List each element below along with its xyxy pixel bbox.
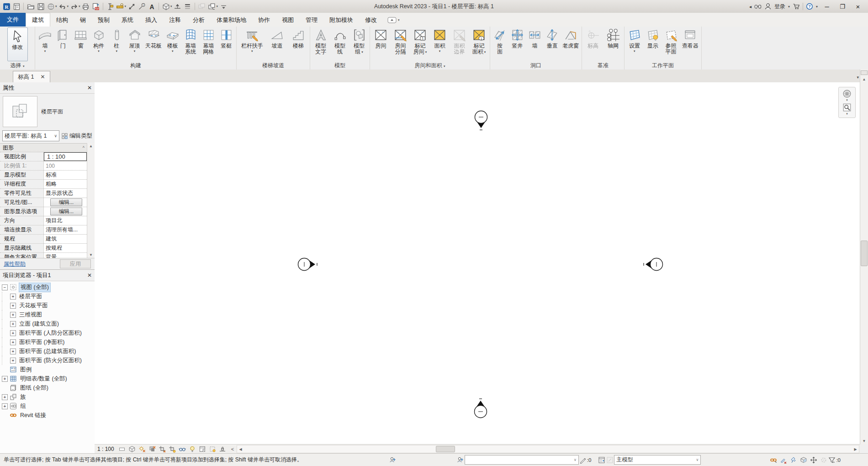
modify-button-box[interactable]: 修改 bbox=[7, 27, 28, 61]
ribbon-tab-注释[interactable]: 注释 bbox=[163, 13, 187, 27]
scroll-down-icon[interactable]: ▼ bbox=[89, 253, 93, 257]
property-row-显示隐藏线[interactable]: 显示隐藏线按规程 bbox=[0, 244, 87, 253]
horizontal-scroll-thumb[interactable] bbox=[436, 446, 455, 452]
edit-button[interactable]: 编辑... bbox=[50, 198, 83, 206]
property-value-cell[interactable]: 编辑... bbox=[44, 207, 87, 216]
ribbon-button-竖梃[interactable]: 竖梃 bbox=[218, 27, 234, 62]
measure-align-button[interactable] bbox=[106, 2, 115, 11]
ribbon-button-构件[interactable]: 构件▾ bbox=[91, 27, 107, 62]
ribbon-button-标记面积[interactable]: 1标记面积▾ bbox=[471, 27, 487, 62]
property-row-颜色方案位置[interactable]: 颜色方案位置背景 bbox=[0, 253, 87, 258]
dropdown-caret-icon[interactable]: ▾ bbox=[361, 49, 363, 55]
edit-button[interactable]: 编辑... bbox=[50, 208, 83, 215]
ribbon-button-标记房间[interactable]: 1标记房间▾ bbox=[412, 27, 428, 62]
view-split-handle[interactable] bbox=[861, 70, 868, 75]
ribbon-panel-label[interactable]: 房间和面积 ▾ bbox=[370, 62, 490, 70]
property-value-cell[interactable]: 1 : 100 bbox=[44, 152, 87, 161]
property-value-cell[interactable]: 项目北 bbox=[44, 216, 87, 225]
tab-list-icon[interactable]: ▾ bbox=[857, 75, 859, 82]
property-row-比例值 1:[interactable]: 比例值 1:100 bbox=[0, 161, 87, 171]
tree-expander-icon[interactable]: + bbox=[10, 312, 16, 318]
type-preview-image[interactable] bbox=[3, 96, 37, 127]
property-row-墙连接显示[interactable]: 墙连接显示清理所有墙... bbox=[0, 225, 87, 235]
temporary-hide-button[interactable] bbox=[179, 445, 186, 453]
tree-expander-icon[interactable]: + bbox=[10, 321, 16, 327]
measure-tape-button[interactable] bbox=[116, 2, 125, 11]
property-row-可见性/图...[interactable]: 可见性/图...编辑... bbox=[0, 198, 87, 207]
tree-item-面积平面 (净面积)[interactable]: +面积平面 (净面积) bbox=[2, 337, 95, 347]
help-icon[interactable]: ? bbox=[806, 3, 813, 10]
detail-level-button[interactable] bbox=[118, 445, 126, 453]
ribbon-button-幕墙系统[interactable]: 幕墙系统 bbox=[182, 27, 198, 62]
ribbon-panel-label[interactable]: 洞口 bbox=[490, 62, 582, 70]
property-row-详细程度[interactable]: 详细程度粗略 bbox=[0, 180, 87, 189]
ribbon-panel-label[interactable]: 模型 bbox=[310, 62, 370, 70]
ribbon-tab-建筑[interactable]: 建筑 bbox=[26, 13, 50, 27]
view-3d-button[interactable] bbox=[161, 2, 170, 11]
ribbon-tab-修改[interactable]: 修改 bbox=[359, 13, 383, 27]
dropdown-caret-icon[interactable]: ▾ bbox=[172, 49, 174, 53]
design-option-combo[interactable]: 主模型∨ bbox=[614, 455, 701, 465]
horizontal-scrollbar[interactable]: ◀ ▶ bbox=[237, 445, 859, 453]
ribbon-tab-钢[interactable]: 钢 bbox=[74, 13, 92, 27]
zoom-region-button[interactable]: ▾ bbox=[842, 103, 852, 116]
elevation-marker-south[interactable] bbox=[467, 398, 494, 425]
tree-expander-icon[interactable]: + bbox=[2, 394, 8, 400]
dropdown-caret-icon[interactable]: ▾ bbox=[44, 49, 46, 53]
property-value-cell[interactable]: 标准 bbox=[44, 171, 87, 179]
apply-button[interactable]: 应用 bbox=[60, 259, 91, 268]
reveal-hidden-button[interactable] bbox=[189, 445, 196, 453]
ribbon-button-参照平面[interactable]: 参照平面 bbox=[663, 27, 679, 62]
tree-item-三维视图[interactable]: +三维视图 bbox=[2, 310, 95, 319]
scroll-up-icon[interactable]: ▲ bbox=[861, 76, 868, 83]
dropdown-caret-icon[interactable]: ▾ bbox=[634, 49, 635, 53]
view-tab-close-icon[interactable]: ✕ bbox=[40, 74, 45, 80]
temporary-view-properties-button[interactable] bbox=[199, 445, 206, 453]
ribbon-button-墙[interactable]: 墙 bbox=[527, 27, 543, 62]
minimize-button[interactable]: ─ bbox=[820, 2, 833, 11]
maximize-button[interactable]: ❐ bbox=[836, 2, 849, 11]
ribbon-button-老虎窗[interactable]: 老虎窗 bbox=[561, 27, 580, 62]
tree-item-天花板平面[interactable]: +天花板平面 bbox=[2, 301, 95, 310]
property-value-cell[interactable]: 按规程 bbox=[44, 244, 87, 252]
tree-expander-icon[interactable]: − bbox=[2, 284, 8, 290]
ribbon-panel-label[interactable]: 基准 bbox=[582, 62, 624, 70]
tree-expander-icon[interactable]: + bbox=[10, 348, 16, 354]
tree-expander-icon[interactable]: + bbox=[10, 339, 16, 345]
user-icon[interactable] bbox=[764, 3, 772, 10]
tree-expander-icon[interactable]: + bbox=[10, 294, 16, 300]
ribbon-tab-分析[interactable]: 分析 bbox=[187, 13, 211, 27]
type-selector[interactable]: 楼层平面: 标高 1 ∨ bbox=[2, 130, 59, 141]
ribbon-button-栏杆扶手[interactable]: 栏杆扶手▾ bbox=[240, 27, 264, 62]
revit-logo-button[interactable]: R bbox=[2, 2, 11, 11]
save-button[interactable] bbox=[36, 2, 45, 11]
ribbon-button-天花板[interactable]: 天花板 bbox=[144, 27, 163, 62]
redo-button[interactable] bbox=[69, 2, 79, 11]
inactive-windows-button[interactable] bbox=[197, 2, 206, 11]
ribbon-button-墙[interactable]: 墙▾ bbox=[37, 27, 53, 62]
tag-button[interactable]: 1 bbox=[137, 2, 146, 11]
ribbon-panel-label[interactable]: 工作平面 bbox=[625, 62, 701, 70]
scroll-up-icon[interactable]: ▲ bbox=[89, 144, 93, 148]
ribbon-button-柱[interactable]: 柱▾ bbox=[109, 27, 125, 62]
tree-item-族[interactable]: +族 bbox=[2, 392, 95, 402]
collapse-search-icon[interactable]: ◂ bbox=[749, 4, 752, 9]
panel-toggle[interactable]: ▾ bbox=[387, 13, 400, 27]
sun-path-button[interactable] bbox=[138, 445, 146, 453]
design-options-icon[interactable] bbox=[598, 456, 606, 464]
section-button[interactable] bbox=[173, 2, 182, 11]
help-caret-icon[interactable]: ▾ bbox=[816, 5, 818, 9]
dropdown-caret-icon[interactable]: ▾ bbox=[116, 49, 118, 53]
properties-close-icon[interactable]: ✕ bbox=[87, 85, 92, 91]
ribbon-tab-体量和场地[interactable]: 体量和场地 bbox=[211, 13, 252, 27]
panel-caret-icon[interactable]: ▾ bbox=[23, 64, 25, 68]
shadows-button[interactable] bbox=[148, 445, 156, 453]
dimension-button[interactable] bbox=[127, 2, 136, 11]
ribbon-tab-插入[interactable]: 插入 bbox=[139, 13, 163, 27]
switch-windows-button[interactable] bbox=[207, 2, 217, 11]
select-pinned-icon[interactable] bbox=[789, 456, 798, 464]
dropdown-caret-icon[interactable]: ▾ bbox=[98, 49, 100, 53]
ribbon-button-按面[interactable]: 按面 bbox=[492, 27, 508, 62]
scroll-right-icon[interactable]: ▶ bbox=[852, 446, 859, 453]
tree-item-立面 (建筑立面)[interactable]: +立面 (建筑立面) bbox=[2, 319, 95, 328]
